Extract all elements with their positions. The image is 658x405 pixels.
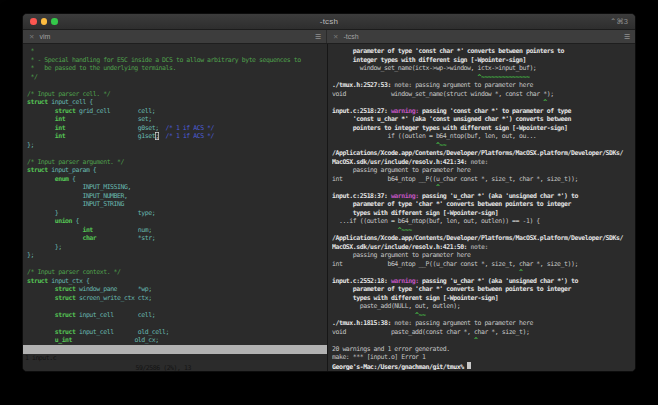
terminal-line: input.c:2518:27: warning: passing 'const… <box>332 107 635 116</box>
code-line: struct grid_cell cell; <box>27 107 327 116</box>
code-line: int num; <box>27 226 327 235</box>
code-line <box>27 319 327 328</box>
code-line: struct input_cell { <box>27 98 327 107</box>
terminal-line: MacOSX.sdk/usr/include/resolv.h:421:50: … <box>332 243 635 252</box>
close-pane-icon[interactable]: ✕ <box>29 33 34 41</box>
code-line: /* Input parser cell. */ <box>27 90 327 99</box>
code-line: struct input_ctx { <box>27 277 327 286</box>
terminal-line: int b64_ntop __P((u_char const *, size_t… <box>332 260 635 269</box>
terminal-line: ^~~~ <box>332 226 635 235</box>
code-line: }; <box>27 141 327 150</box>
vim-editor-text: * * - Special handling for ESC inside a … <box>23 44 327 345</box>
code-line: struct input_cell cell; <box>27 311 327 320</box>
code-line: enum { <box>27 175 327 184</box>
code-line: /* Input parser context. */ <box>27 268 327 277</box>
terminal-line: types with different sign [-Wpointer-sig… <box>332 209 635 218</box>
code-line: union { <box>27 217 327 226</box>
code-line: int set; <box>27 115 327 124</box>
window-titlebar[interactable]: -tcsh ⌃⌘3 <box>23 14 635 30</box>
shell-pane[interactable]: parameter of type 'const char *' convert… <box>328 44 635 372</box>
code-line: }; <box>27 251 327 260</box>
terminal-line: if ((outlen = b64_ntop(buf, len, out, ou… <box>332 132 635 141</box>
vim-pane[interactable]: * * - Special handling for ESC inside a … <box>23 44 327 372</box>
code-line: struct window_pane *wp; <box>27 285 327 294</box>
terminal-line: make: *** [input.o] Error 1 <box>332 353 635 362</box>
terminal-line: types with different sign [-Wpointer-sig… <box>332 294 635 303</box>
code-line: }; <box>27 243 327 252</box>
window-title: -tcsh <box>23 17 635 26</box>
pane-menu-icon[interactable]: ☰ <box>624 33 630 41</box>
code-line: char *str; <box>27 234 327 243</box>
code-line: * - Special handling for ESC inside a DC… <box>27 56 327 65</box>
terminal-line: ^ <box>332 98 635 107</box>
terminal-line: 'const u_char *' (aka 'const unsigned ch… <box>332 115 635 124</box>
vim-statusline: 1 input.c 59/2586 (2%), 13 (-1 ) <box>23 345 327 355</box>
terminal-line: ./tmux.h:2527:53: note: passing argument… <box>332 81 635 90</box>
code-line: int g0set; /* 1 if ACS */ <box>27 124 327 133</box>
code-line: struct input_cell old_cell; <box>27 328 327 337</box>
shell-output-text: parameter of type 'const char *' convert… <box>328 44 635 370</box>
terminal-line: parameter of type 'char *' converts betw… <box>332 285 635 294</box>
terminal-line: void window_set_name(struct window *, co… <box>332 90 635 99</box>
terminal-line: 20 warnings and 1 error generated. <box>332 345 635 354</box>
code-line: INPUT_NUMBER, <box>27 192 327 201</box>
terminal-line: input.c:2518:37: warning: passing 'u_cha… <box>332 192 635 201</box>
code-line: */ <box>27 73 327 82</box>
pane-title-label: vim <box>39 33 50 40</box>
code-line: u_int old_cx; <box>27 336 327 345</box>
code-line: INPUT_STRING <box>27 200 327 209</box>
code-line: INPUT_MISSING, <box>27 183 327 192</box>
terminal-line: MacOSX.sdk/usr/include/resolv.h:421:34: … <box>332 158 635 167</box>
terminal-line: ^ <box>332 336 635 345</box>
pane-titlebar-vim[interactable]: ✕ vim ☰ <box>23 30 327 43</box>
close-pane-icon[interactable]: ✕ <box>333 33 338 41</box>
statusline-position: 59/2586 (2%), 13 <box>135 364 190 373</box>
statusline-filename: 1 input.c <box>25 354 56 364</box>
pane-title-label: -tcsh <box>343 33 358 40</box>
terminal-line: input.c:2552:18: warning: passing 'u_cha… <box>332 277 635 286</box>
terminal-line: passing argument to parameter here <box>332 251 635 260</box>
code-line <box>27 302 327 311</box>
terminal-line: int b64_ntop __P((u_char const *, size_t… <box>332 175 635 184</box>
terminal-line: George's-Mac:/Users/gnachman/git/tmux% <box>332 362 635 371</box>
code-line: * be passed to the underlying terminals. <box>27 64 327 73</box>
code-line: struct screen_write_ctx ctx; <box>27 294 327 303</box>
terminal-line: /Applications/Xcode.app/Contents/Develop… <box>332 149 635 158</box>
window-hotkey-indicator: ⌃⌘3 <box>610 17 628 26</box>
terminal-line: void paste_add(const char *, char *, siz… <box>332 328 635 337</box>
code-line: int g1set; /* 1 if ACS */ <box>27 132 327 141</box>
terminal-line: pointers to integer types with different… <box>332 124 635 133</box>
terminal-content: * * - Special handling for ESC inside a … <box>23 44 635 372</box>
terminal-line: ^~~ <box>332 141 635 150</box>
iterm-window: -tcsh ⌃⌘3 ✕ vim ☰ ✕ -tcsh ☰ * * - Specia… <box>22 13 636 372</box>
code-line: struct input_param { <box>27 166 327 175</box>
shell-block-cursor <box>467 362 471 370</box>
code-line <box>27 260 327 269</box>
pane-title-row: ✕ vim ☰ ✕ -tcsh ☰ <box>23 30 635 44</box>
terminal-line: parameter of type 'char *' converts betw… <box>332 200 635 209</box>
terminal-line: ^ <box>332 268 635 277</box>
terminal-line: passing argument to parameter here <box>332 166 635 175</box>
code-line <box>27 149 327 158</box>
terminal-line: ...if ((outlen = b64_ntop(buf, len, out,… <box>332 217 635 226</box>
terminal-line: /Applications/Xcode.app/Contents/Develop… <box>332 234 635 243</box>
terminal-line: parameter of type 'const char *' convert… <box>332 47 635 56</box>
terminal-line: integer types with different sign [-Wpoi… <box>332 56 635 65</box>
pane-titlebar-tcsh[interactable]: ✕ -tcsh ☰ <box>327 30 635 43</box>
terminal-line: window_set_name(ictx->wp->window, ictx->… <box>332 64 635 73</box>
terminal-line: ./tmux.h:1815:38: note: passing argument… <box>332 319 635 328</box>
code-line: } type; <box>27 209 327 218</box>
code-line: /* Input parser argument. */ <box>27 158 327 167</box>
terminal-line: ^ <box>332 183 635 192</box>
terminal-line: ^~~~~~~~~~~~~~~ <box>332 73 635 82</box>
code-line <box>27 81 327 90</box>
code-line: * <box>27 47 327 56</box>
terminal-line: ^~~ <box>332 311 635 320</box>
desktop-background: { "window": { "title": "-tcsh", "hotkey"… <box>0 0 658 405</box>
terminal-line: paste_add(NULL, out, outlen); <box>332 302 635 311</box>
pane-menu-icon[interactable]: ☰ <box>315 33 321 41</box>
